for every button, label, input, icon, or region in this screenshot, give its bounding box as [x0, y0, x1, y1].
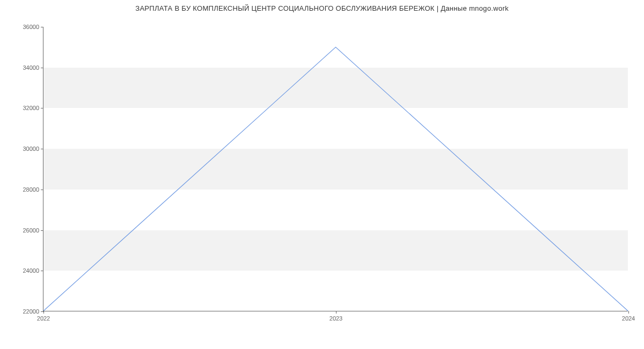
y-tick-mark [41, 271, 43, 271]
x-tick-label: 2023 [330, 315, 342, 322]
y-tick-mark [41, 230, 43, 231]
x-tick-mark [336, 311, 336, 314]
y-tick-mark [41, 27, 43, 27]
chart-container: ЗАРПЛАТА В БУ КОМПЛЕКСНЫЙ ЦЕНТР СОЦИАЛЬН… [0, 0, 644, 349]
x-tick-mark [628, 311, 629, 314]
x-tick-label: 2024 [622, 315, 635, 322]
y-tick-label: 34000 [23, 64, 39, 71]
y-tick-label: 24000 [23, 267, 39, 274]
line-series [43, 27, 628, 311]
y-tick-mark [41, 68, 43, 68]
y-tick-label: 26000 [23, 227, 39, 234]
y-tick-label: 28000 [23, 186, 39, 193]
plot-area: 2200024000260002800030000320003400036000… [43, 27, 628, 311]
y-tick-mark [41, 190, 43, 190]
y-tick-mark [41, 149, 43, 149]
x-tick-label: 2022 [37, 315, 50, 322]
y-tick-label: 22000 [23, 308, 39, 315]
y-tick-label: 30000 [23, 146, 39, 152]
y-tick-mark [41, 108, 43, 108]
y-tick-label: 36000 [23, 24, 39, 30]
y-tick-label: 32000 [23, 105, 39, 111]
x-tick-mark [43, 311, 44, 314]
chart-title: ЗАРПЛАТА В БУ КОМПЛЕКСНЫЙ ЦЕНТР СОЦИАЛЬН… [0, 4, 644, 12]
